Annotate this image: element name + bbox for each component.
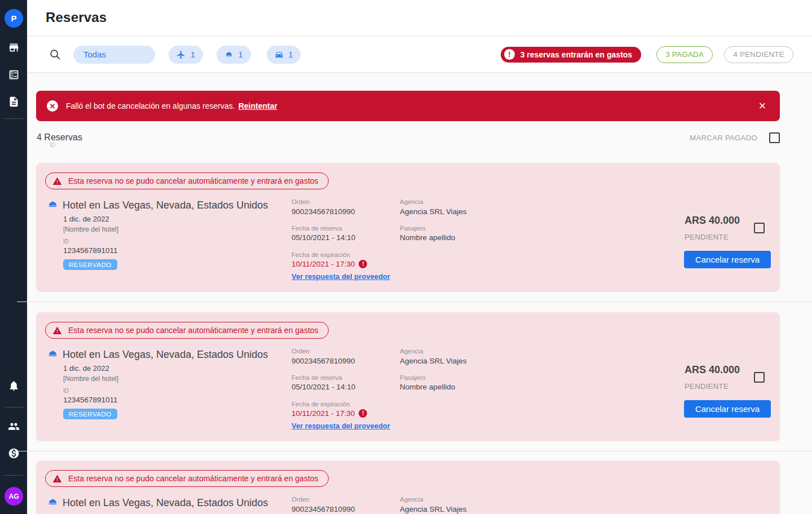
agency-label: Agencia: [400, 496, 423, 503]
passenger-value: Nombre apellido: [400, 383, 455, 391]
id-value: 1234567891011: [63, 396, 118, 404]
app-window: P AG Reservas: [0, 0, 812, 514]
orden-value: 900234567810990: [292, 357, 355, 365]
expiry-date-text: 10/11/2021 - 17:30: [292, 409, 355, 418]
cancel-reservation-button[interactable]: Cancelar reserva: [684, 251, 771, 268]
filter-all-select[interactable]: Todas: [73, 46, 155, 64]
id-label: ID: [63, 238, 69, 245]
hotel-icon: [47, 497, 59, 511]
reservation-card: Esta reserva no se pudo cancelar automát…: [36, 163, 780, 292]
car-count: 1: [289, 50, 293, 59]
expired-warning-icon: !: [359, 260, 367, 268]
provider-response-link[interactable]: Ver respuesta del proveedor: [292, 272, 390, 281]
filter-status-cluster: ! 3 reservas entrarán en gastos 3 PAGADA…: [501, 46, 793, 63]
agency-value: Agencia SRL Viajes: [400, 505, 467, 513]
booking-date-value: 05/10/2021 - 14:10: [292, 233, 355, 242]
reservation-title: Hotel en Las Vegas, Nevada, Estados Unid…: [63, 349, 268, 361]
storefront-icon: [8, 42, 20, 54]
sidebar-item-users[interactable]: [0, 419, 27, 433]
reservation-title: Hotel en Las Vegas, Nevada, Estados Unid…: [63, 497, 268, 509]
mark-paid-control: MARCAR PAGADO: [690, 132, 780, 143]
status-badge: RESERVADO: [63, 259, 117, 270]
expiry-label: Fecha de expiración: [292, 401, 350, 407]
expiry-date-text: 10/11/2021 - 17:30: [292, 260, 355, 268]
sidebar-divider: [5, 407, 23, 407]
filter-chip-pending[interactable]: 4 PENDIENTE: [724, 46, 793, 63]
app-logo[interactable]: P: [5, 9, 23, 28]
card-warning-text: Esta reserva no se pudo cancelar automát…: [68, 176, 319, 185]
sidebar-item-billing[interactable]: [0, 446, 27, 460]
sidebar-item-documents[interactable]: [0, 95, 27, 108]
sidebar-divider: [5, 118, 23, 119]
reservation-card: Esta reserva no se pudo cancelar automát…: [36, 312, 780, 441]
search-button[interactable]: [48, 48, 62, 61]
price: ARS 40.000: [685, 364, 740, 376]
mark-paid-label: MARCAR PAGADO: [690, 134, 757, 142]
card-divider: [17, 451, 812, 451]
hotel-name-placeholder: [Nombre del hotel]: [63, 225, 118, 233]
car-icon: [275, 50, 284, 59]
filter-chip-cars[interactable]: 1: [267, 46, 301, 64]
id-value: 1234567891011: [63, 246, 118, 255]
warning-triangle-icon: [52, 176, 62, 186]
retry-link[interactable]: Reintentar: [239, 101, 277, 110]
filter-chip-hotels[interactable]: 1: [217, 46, 251, 64]
search-icon: [49, 48, 61, 61]
payment-status: PENDIENTE: [685, 233, 729, 241]
error-circle-icon: ✕: [47, 100, 58, 112]
provider-response-link[interactable]: Ver respuesta del proveedor: [292, 422, 390, 430]
card-warning-pill: Esta reserva no se pudo cancelar automát…: [45, 322, 329, 339]
sidebar-item-notifications[interactable]: [0, 379, 27, 392]
warning-triangle-icon: [52, 474, 62, 484]
mark-paid-checkbox[interactable]: [769, 132, 780, 143]
expense-warning-badge[interactable]: ! 3 reservas entrarán en gastos: [501, 47, 641, 63]
banner-close-button[interactable]: ×: [755, 99, 770, 113]
passenger-value: Nombre apellido: [400, 233, 455, 242]
status-badge: RESERVADO: [63, 409, 117, 419]
passenger-label: Pasajero: [400, 374, 425, 381]
card-warning-text: Esta reserva no se pudo cancelar automát…: [68, 326, 319, 335]
expense-badge-label: 3 reservas entrarán en gastos: [520, 50, 632, 59]
sidebar-divider: [5, 475, 23, 476]
warning-triangle-icon: [52, 326, 62, 335]
card-select-checkbox[interactable]: [754, 372, 765, 383]
passenger-label: Pasajero: [400, 225, 425, 232]
agency-value: Agencia SRL Viajes: [400, 207, 467, 216]
bell-icon: [8, 380, 20, 392]
cancel-reservation-button[interactable]: Cancelar reserva: [684, 400, 771, 418]
id-column-label: ID: [50, 142, 55, 148]
card-warning-pill: Esta reserva no se pudo cancelar automát…: [45, 172, 329, 189]
booking-date-label: Fecha de reserva: [292, 225, 342, 232]
avatar-initials: AG: [9, 493, 19, 500]
sidebar-item-store[interactable]: [0, 41, 27, 54]
orden-label: Orden: [292, 348, 310, 355]
reservation-date: 1 dic. de 2022: [63, 364, 109, 373]
orden-value: 900234567810990: [292, 207, 355, 216]
sidebar: P AG: [0, 0, 27, 514]
filter-chip-flights[interactable]: 1: [169, 46, 203, 64]
price: ARS 40.000: [685, 215, 740, 227]
close-icon: ×: [759, 99, 766, 113]
hotel-name-placeholder: [Nombre del hotel]: [63, 375, 118, 383]
app-logo-letter: P: [11, 14, 16, 23]
filter-bar: Todas 1 1 1 ! 3 reservas entrarán en gas…: [27, 37, 812, 73]
cancellation-error-banner: ✕ Falló el bot de cancelación en algunas…: [36, 91, 780, 121]
card-select-checkbox[interactable]: [754, 223, 765, 233]
expiry-label: Fecha de expiración: [292, 251, 350, 258]
document-icon: [8, 96, 20, 108]
card-warning-pill: Esta reserva no se pudo cancelar automát…: [45, 470, 329, 487]
page-header: Reservas: [27, 0, 812, 36]
sidebar-item-bookings[interactable]: [0, 68, 27, 81]
dollar-icon: [8, 447, 20, 459]
plane-icon: [176, 50, 186, 59]
booking-date-value: 05/10/2021 - 14:10: [292, 383, 355, 391]
card-divider: [17, 302, 812, 302]
booking-date-label: Fecha de reserva: [292, 374, 342, 381]
card-warning-text: Esta reserva no se pudo cancelar automát…: [68, 474, 319, 483]
flight-count: 1: [191, 50, 195, 59]
agency-label: Agencia: [400, 348, 423, 355]
hotel-icon: [47, 199, 59, 213]
user-avatar[interactable]: AG: [5, 487, 23, 506]
expiry-value: 10/11/2021 - 17:30 !: [292, 409, 367, 418]
filter-chip-paid[interactable]: 3 PAGADA: [656, 46, 713, 63]
